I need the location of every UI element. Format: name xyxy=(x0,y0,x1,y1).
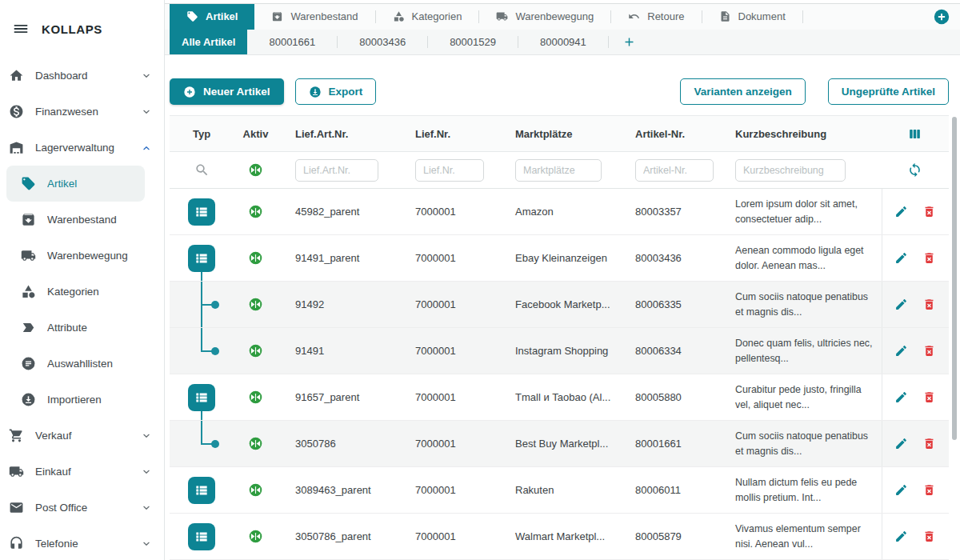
artikel-nr-filter-input[interactable] xyxy=(635,159,714,182)
delete-icon[interactable] xyxy=(922,205,936,218)
show-variants-button[interactable]: Varianten anzeigen xyxy=(680,78,805,105)
menu-icon[interactable] xyxy=(12,20,30,38)
delete-icon[interactable] xyxy=(922,251,936,265)
sidebar-item-artikel[interactable]: Artikel xyxy=(6,166,145,202)
tab-dokument[interactable]: Dokument xyxy=(702,4,802,30)
sidebar-item-importieren[interactable]: Importieren xyxy=(0,382,164,418)
active-switch-icon[interactable] xyxy=(249,251,262,265)
article-type-button[interactable] xyxy=(188,477,215,504)
lief-nr-cell: 7000001 xyxy=(404,467,504,513)
col-header-artikel-nr: Artikel-Nr. xyxy=(624,116,724,151)
sidebar-subitem-icon xyxy=(21,356,36,371)
filter-lief-art-nr xyxy=(278,152,404,188)
active-switch-icon[interactable] xyxy=(249,390,262,404)
marktplatz-cell: Amazon xyxy=(504,189,624,234)
delete-icon[interactable] xyxy=(922,437,936,450)
artikel-nr-cell: 80003436 xyxy=(624,235,724,281)
sidebar-item-label: Finanzwesen xyxy=(35,106,129,118)
lief-nr-cell: 7000001 xyxy=(404,374,504,420)
export-button[interactable]: Export xyxy=(295,78,377,105)
active-filter-switch-icon[interactable] xyxy=(249,163,262,177)
active-cell xyxy=(234,282,278,327)
actions-cell xyxy=(882,467,948,513)
tab-icon xyxy=(393,10,405,22)
edit-icon[interactable] xyxy=(894,251,908,265)
active-switch-icon[interactable] xyxy=(249,205,262,218)
subtab-80003436[interactable]: 80003436 xyxy=(338,30,427,54)
sidebar-item-telefonie[interactable]: Telefonie xyxy=(0,526,164,560)
col-header-kurzbeschreibung: Kurzbeschreibung xyxy=(724,116,882,151)
add-tab-button[interactable] xyxy=(933,8,950,26)
tab-kategorien[interactable]: Kategorien xyxy=(376,4,479,30)
search-icon[interactable] xyxy=(194,162,210,178)
type-cell xyxy=(170,235,234,281)
tab-warenbestand[interactable]: Warenbestand xyxy=(254,4,374,30)
active-switch-icon[interactable] xyxy=(249,344,262,358)
active-switch-icon[interactable] xyxy=(249,298,262,311)
subtab-label: 80000941 xyxy=(540,36,586,48)
active-switch-icon[interactable] xyxy=(249,437,262,450)
sidebar-subitem-label: Auswahllisten xyxy=(47,358,164,370)
tab-warenbewegung[interactable]: Warenbewegung xyxy=(479,4,610,30)
kurzbeschreibung-filter-input[interactable] xyxy=(735,159,846,182)
tab-retoure[interactable]: Retoure xyxy=(611,4,701,30)
sidebar-item-lagerverwaltung[interactable]: Lagerverwaltung xyxy=(0,130,164,166)
subtab-label: Alle Artikel xyxy=(182,36,235,48)
article-type-button[interactable] xyxy=(188,384,215,411)
vertical-scrollbar[interactable] xyxy=(952,117,957,440)
sidebar-subitem-label: Warenbestand xyxy=(47,214,164,226)
columns-icon[interactable] xyxy=(907,126,922,142)
active-switch-icon[interactable] xyxy=(249,483,262,497)
edit-icon[interactable] xyxy=(894,205,908,218)
edit-icon[interactable] xyxy=(894,437,908,450)
delete-icon[interactable] xyxy=(922,530,936,543)
sidebar-item-post-office[interactable]: Post Office xyxy=(0,490,164,526)
sidebar-item-label: Post Office xyxy=(35,502,129,514)
subtab-80000941[interactable]: 80000941 xyxy=(518,30,608,54)
edit-icon[interactable] xyxy=(894,344,908,358)
subtab-80001529[interactable]: 80001529 xyxy=(428,30,518,54)
sidebar-item-finanzwesen[interactable]: Finanzwesen xyxy=(0,94,164,130)
edit-icon[interactable] xyxy=(894,298,908,311)
delete-icon[interactable] xyxy=(922,390,936,404)
sidebar-item-warenbewegung[interactable]: Warenbewegung xyxy=(0,238,164,274)
edit-icon[interactable] xyxy=(894,390,908,404)
unverified-articles-button[interactable]: Ungeprüfte Artikel xyxy=(828,78,949,105)
marktplaetze-filter-input[interactable] xyxy=(515,159,602,182)
tab-icon xyxy=(271,10,283,22)
subtab-alle-artikel[interactable]: Alle Artikel xyxy=(170,30,247,54)
refresh-icon[interactable] xyxy=(907,162,922,178)
delete-icon[interactable] xyxy=(922,483,936,497)
unverified-articles-label: Ungeprüfte Artikel xyxy=(842,86,935,98)
active-cell xyxy=(234,235,278,281)
lief-art-nr-filter-input[interactable] xyxy=(295,159,378,182)
sidebar-item-icon xyxy=(9,140,24,155)
article-type-button[interactable] xyxy=(188,523,215,550)
main-area: Artikel Warenbestand Kategorien Warenbew… xyxy=(165,0,960,560)
sidebar-item-attribute[interactable]: Attribute xyxy=(0,310,164,346)
delete-icon[interactable] xyxy=(922,298,936,311)
add-subtab-button[interactable] xyxy=(622,35,636,49)
tab-icon xyxy=(186,10,198,22)
edit-icon[interactable] xyxy=(894,483,908,497)
sidebar-item-verkauf[interactable]: Verkauf xyxy=(0,418,164,454)
article-type-button[interactable] xyxy=(188,198,215,226)
sidebar-item-dashboard[interactable]: Dashboard xyxy=(0,58,164,94)
lief-art-nr-cell: 91492 xyxy=(278,282,404,327)
active-switch-icon[interactable] xyxy=(249,530,262,543)
sidebar-item-icon xyxy=(9,104,24,119)
sidebar-subitem-label: Importieren xyxy=(47,394,164,406)
sidebar-subitem-label: Kategorien xyxy=(47,286,164,298)
tab-artikel[interactable]: Artikel xyxy=(170,4,254,30)
sidebar-item-einkauf[interactable]: Einkauf xyxy=(0,454,164,490)
edit-icon[interactable] xyxy=(894,530,908,543)
article-type-button[interactable] xyxy=(188,245,215,272)
sidebar-item-warenbestand[interactable]: Warenbestand xyxy=(0,202,164,238)
subtab-80001661[interactable]: 80001661 xyxy=(247,30,337,54)
lief-nr-filter-input[interactable] xyxy=(415,159,484,182)
new-article-button[interactable]: Neuer Artikel xyxy=(170,78,284,105)
sidebar-item-auswahllisten[interactable]: Auswahllisten xyxy=(0,346,164,382)
delete-icon[interactable] xyxy=(922,344,936,358)
sidebar-item-kategorien[interactable]: Kategorien xyxy=(0,274,164,310)
sidebar-subitem-label: Artikel xyxy=(47,178,145,190)
